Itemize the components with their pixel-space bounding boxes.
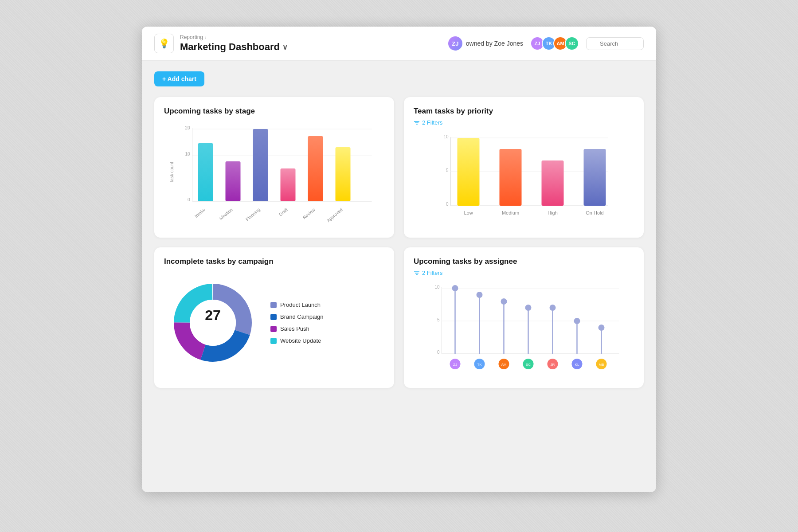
donut-chart-svg: 27 [164,274,262,372]
svg-text:SC: SC [526,363,531,367]
svg-rect-14 [281,168,296,201]
svg-text:20: 20 [185,125,190,130]
chart4-filter-label: 2 Filters [422,270,442,276]
legend-label-website-update: Website Update [280,337,321,344]
breadcrumb-chevron-icon: › [205,35,206,40]
svg-text:0: 0 [446,202,449,207]
chart3-title: Incomplete tasks by campaign [164,257,384,266]
chart2-filter-badge[interactable]: 2 Filters [414,119,442,126]
svg-text:Approved: Approved [326,207,344,223]
svg-text:10: 10 [443,134,449,139]
svg-text:0: 0 [437,350,440,355]
svg-text:10: 10 [434,285,440,289]
legend-item-brand-campaign: Brand Campaign [270,313,324,320]
header: 💡 Reporting › Marketing Dashboard ∨ ZJ o… [142,27,656,61]
svg-text:5: 5 [446,168,449,173]
svg-text:5: 5 [437,317,440,322]
svg-text:KL: KL [575,363,579,367]
breadcrumb-area: Reporting › Marketing Dashboard ∨ [180,34,288,53]
svg-text:Low: Low [464,210,473,215]
svg-rect-12 [253,129,268,201]
app-icon: 💡 [154,34,174,53]
svg-rect-16 [308,136,323,201]
chart4-svg: 10 5 0 [414,281,634,378]
header-left: 💡 Reporting › Marketing Dashboard ∨ [154,34,288,53]
chart-upcoming-tasks-stage: Upcoming tasks by stage Task count 20 10… [154,97,394,238]
svg-text:Ideation: Ideation [218,207,233,221]
legend-item-sales-push: Sales Push [270,325,324,332]
svg-text:High: High [548,210,558,215]
owner-area: ZJ owned by Zoe Jones [448,36,523,51]
svg-text:10: 10 [185,152,190,156]
charts-grid: Upcoming tasks by stage Task count 20 10… [154,97,644,388]
svg-text:MB: MB [599,363,604,367]
content-area: + Add chart Upcoming tasks by stage Task… [142,61,656,399]
page-title[interactable]: Marketing Dashboard ∨ [180,41,288,53]
page-title-text: Marketing Dashboard [180,41,280,53]
legend-label-sales-push: Sales Push [280,325,309,332]
chart4-title: Upcoming tasks by assignee [414,257,634,266]
chart4-filter-badge[interactable]: 2 Filters [414,270,442,276]
svg-text:On Hold: On Hold [586,210,603,215]
svg-text:Review: Review [302,207,317,220]
svg-point-59 [501,298,507,305]
title-chevron-icon: ∨ [282,43,288,51]
search-wrap: 🔍 [586,37,644,50]
svg-point-61 [525,305,532,311]
chart-team-tasks-priority: Team tasks by priority 2 Filters [404,97,644,238]
legend-label-product-launch: Product Launch [280,301,321,308]
svg-rect-8 [198,143,213,201]
svg-rect-36 [584,149,606,206]
filter-icon-2 [414,270,420,276]
svg-text:Medium: Medium [502,210,519,215]
svg-rect-18 [336,147,351,201]
svg-text:Draft: Draft [278,207,289,217]
svg-rect-34 [542,160,564,206]
search-input[interactable] [586,37,644,50]
chart1-title: Upcoming tasks by stage [164,107,384,116]
add-chart-button[interactable]: + Add chart [154,71,204,86]
svg-rect-32 [500,149,522,206]
svg-text:0: 0 [188,197,190,202]
svg-text:27: 27 [205,307,221,323]
filter-icon [414,120,420,126]
svg-text:JR: JR [551,363,555,367]
donut-legend: Product Launch Brand Campaign Sales Push [270,301,324,344]
breadcrumb-text: Reporting [180,34,203,40]
svg-text:AM: AM [501,363,507,367]
chart-incomplete-tasks-campaign: Incomplete tasks by campaign [154,247,394,388]
svg-text:Planning: Planning [245,207,261,222]
legend-dot-website-update [270,338,277,344]
svg-point-55 [452,285,458,291]
svg-rect-10 [226,161,241,201]
svg-rect-30 [458,138,480,206]
svg-text:TK: TK [477,363,482,367]
legend-dot-brand-campaign [270,314,277,320]
svg-point-57 [477,292,483,298]
legend-item-website-update: Website Update [270,337,324,344]
legend-label-brand-campaign: Brand Campaign [280,313,324,320]
owner-label: owned by Zoe Jones [466,40,523,47]
avatar-4: SC [565,36,579,51]
svg-text:ZJ: ZJ [453,363,457,367]
breadcrumb: Reporting › [180,34,288,40]
header-right: ZJ owned by Zoe Jones ZJ TK AM SC 🔍 [448,36,644,51]
app-window: 💡 Reporting › Marketing Dashboard ∨ ZJ o… [142,27,656,492]
svg-point-67 [598,325,605,331]
owner-avatar: ZJ [448,36,462,51]
avatar-group[interactable]: ZJ TK AM SC [530,36,579,51]
chart2-filter-label: 2 Filters [422,119,442,126]
legend-dot-product-launch [270,302,277,308]
svg-point-63 [550,305,556,311]
legend-dot-sales-push [270,326,277,332]
chart2-title: Team tasks by priority [414,107,634,116]
chart-upcoming-tasks-assignee: Upcoming tasks by assignee 2 Filters 10 … [404,247,644,388]
chart1-svg: Task count 20 10 0 [164,119,384,226]
svg-point-65 [574,318,580,324]
chart2-svg: 10 5 0 Low Medium High [414,130,634,228]
legend-item-product-launch: Product Launch [270,301,324,308]
donut-row: 27 Product Launch Brand Campaign [164,270,384,376]
svg-text:Task count: Task count [169,162,174,183]
svg-text:Intake: Intake [194,207,206,219]
